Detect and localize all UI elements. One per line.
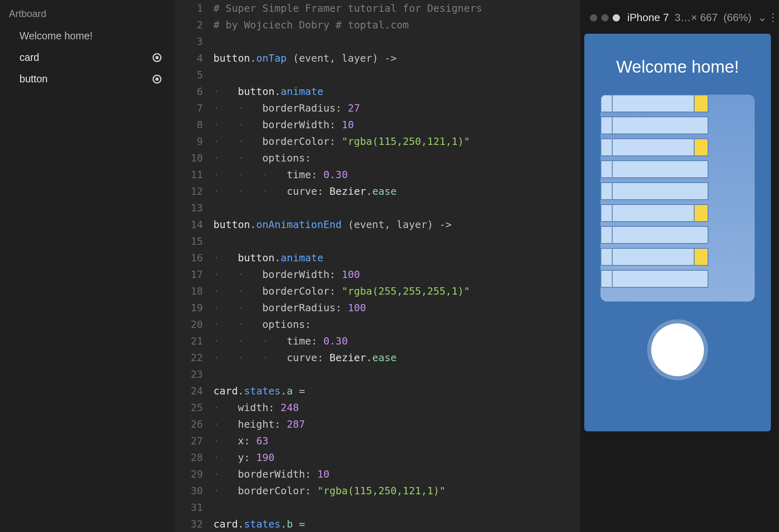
layer-item[interactable]: card [0, 47, 174, 68]
code-line[interactable]: card.states.b = [213, 516, 580, 532]
code-line[interactable] [213, 200, 580, 216]
line-number: 31 [174, 499, 203, 516]
code-line[interactable]: · · borderColor: "rgba(255,255,255,1)" [213, 283, 580, 299]
line-number: 20 [174, 316, 203, 333]
code-line[interactable]: · borderColor: "rgba(115,250,121,1)" [213, 482, 580, 499]
code-line[interactable]: card.states.a = [213, 383, 580, 399]
line-number: 12 [174, 183, 203, 200]
code-line[interactable]: · button.animate [213, 83, 580, 100]
line-number: 30 [174, 482, 203, 499]
traffic-dot [601, 14, 609, 22]
line-number: 16 [174, 250, 203, 266]
device-toolbar: iPhone 7 3…× 667 (66%) ⌄ [584, 7, 779, 28]
line-number: 18 [174, 283, 203, 299]
line-number: 21 [174, 333, 203, 349]
code-line[interactable]: · · · time: 0.30 [213, 166, 580, 183]
line-number: 22 [174, 349, 203, 366]
window-dots [590, 14, 620, 22]
code-line[interactable] [213, 366, 580, 383]
building-floor [600, 182, 708, 200]
code-line[interactable]: · · options: [213, 316, 580, 333]
line-number: 32 [174, 516, 203, 532]
code-line[interactable]: · · borderRadius: 100 [213, 299, 580, 316]
line-number: 6 [174, 83, 203, 100]
code-line[interactable] [213, 33, 580, 50]
device-zoom: (66%) [723, 11, 751, 24]
code-line[interactable]: · · · curve: Bezier.ease [213, 349, 580, 366]
code-line[interactable]: · width: 248 [213, 399, 580, 416]
code-line[interactable]: · · options: [213, 150, 580, 166]
code-line[interactable] [213, 499, 580, 516]
code-line[interactable]: · height: 287 [213, 416, 580, 433]
building-floor [600, 248, 708, 266]
traffic-dot [613, 14, 620, 22]
line-number: 19 [174, 299, 203, 316]
line-number: 23 [174, 366, 203, 383]
code-line[interactable]: · x: 63 [213, 433, 580, 449]
code-line[interactable]: · button.animate [213, 250, 580, 266]
code-area[interactable]: # Super Simple Framer tutorial for Desig… [213, 0, 580, 532]
preview-panel: iPhone 7 3…× 667 (66%) ⌄ Welcome home! [580, 0, 779, 532]
layer-list: Welcome home!cardbutton [0, 25, 174, 90]
code-editor[interactable]: 1234567891011121314151617181920212223242… [174, 0, 580, 532]
line-number: 29 [174, 466, 203, 482]
building-floor [600, 116, 708, 134]
code-line[interactable]: · · borderWidth: 100 [213, 266, 580, 283]
line-number: 27 [174, 433, 203, 449]
line-number: 28 [174, 449, 203, 466]
line-number: 24 [174, 383, 203, 399]
lit-window-icon [694, 204, 708, 222]
code-line[interactable]: · y: 190 [213, 449, 580, 466]
target-icon[interactable] [153, 75, 161, 84]
code-line[interactable]: · · · curve: Bezier.ease [213, 183, 580, 200]
code-line[interactable] [213, 67, 580, 83]
menu-icon[interactable] [773, 13, 773, 22]
line-number: 7 [174, 100, 203, 116]
button-layer[interactable] [651, 323, 704, 376]
code-line[interactable]: button.onTap (event, layer) -> [213, 50, 580, 67]
code-line[interactable]: · · borderColor: "rgba(115,250,121,1)" [213, 133, 580, 150]
lit-window-icon [694, 95, 708, 112]
lit-window-icon [694, 138, 708, 156]
card-layer[interactable] [600, 95, 755, 302]
device-name[interactable]: iPhone 7 [627, 11, 669, 24]
building-floor [600, 270, 708, 288]
layer-item[interactable]: Welcome home! [0, 25, 174, 47]
line-number: 3 [174, 33, 203, 50]
line-gutter: 1234567891011121314151617181920212223242… [174, 0, 213, 532]
code-line[interactable]: · · · time: 0.30 [213, 333, 580, 349]
building-floor [600, 138, 708, 156]
canvas-title: Welcome home! [616, 57, 739, 77]
line-number: 5 [174, 67, 203, 83]
line-number: 1 [174, 0, 203, 17]
building-floor [600, 160, 708, 178]
line-number: 15 [174, 233, 203, 250]
code-line[interactable]: # Super Simple Framer tutorial for Desig… [213, 0, 580, 17]
building-floor [600, 226, 708, 244]
code-line[interactable] [213, 233, 580, 250]
device-canvas[interactable]: Welcome home! [584, 34, 771, 431]
device-size: 3…× 667 [675, 11, 718, 24]
layer-label: Welcome home! [19, 30, 93, 42]
line-number: 10 [174, 150, 203, 166]
line-number: 9 [174, 133, 203, 150]
layer-item[interactable]: button [0, 68, 174, 90]
line-number: 13 [174, 200, 203, 216]
code-line[interactable]: # by Wojciech Dobry # toptal.com [213, 17, 580, 33]
line-number: 2 [174, 17, 203, 33]
traffic-dot [590, 14, 597, 22]
layer-panel: Artboard Welcome home!cardbutton [0, 0, 174, 532]
code-line[interactable]: · borderWidth: 10 [213, 466, 580, 482]
code-line[interactable]: · · borderRadius: 27 [213, 100, 580, 116]
lit-window-icon [694, 248, 708, 266]
code-line[interactable]: button.onAnimationEnd (event, layer) -> [213, 216, 580, 233]
line-number: 14 [174, 216, 203, 233]
layer-label: button [19, 73, 48, 85]
card-illustration [600, 95, 708, 302]
line-number: 4 [174, 50, 203, 67]
chevron-down-icon[interactable]: ⌄ [758, 11, 767, 24]
layer-label: card [19, 52, 39, 63]
line-number: 26 [174, 416, 203, 433]
target-icon[interactable] [153, 53, 161, 62]
code-line[interactable]: · · borderWidth: 10 [213, 116, 580, 133]
